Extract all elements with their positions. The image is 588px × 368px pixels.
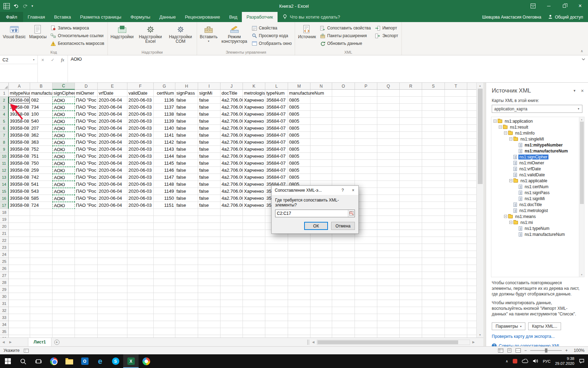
cell-L5[interactable]: 35684-07	[265, 118, 288, 125]
cell-H3[interactable]: false	[175, 104, 198, 111]
cell-M32[interactable]	[288, 307, 310, 314]
cell-S18[interactable]	[422, 209, 445, 216]
cell-M3[interactable]: 0805	[288, 104, 310, 111]
cell-B18[interactable]	[30, 209, 52, 216]
tab-formuly[interactable]: Формулы	[126, 12, 155, 22]
cell-C13[interactable]: АОЮ	[52, 174, 75, 181]
cell-M35[interactable]	[288, 328, 310, 335]
cell-J5[interactable]: 4а2.706.00	[220, 118, 243, 125]
cell-H5[interactable]: false	[175, 118, 198, 125]
cell-L25[interactable]	[265, 258, 288, 265]
cell-Q31[interactable]	[377, 300, 400, 307]
cell-M25[interactable]	[288, 258, 310, 265]
cell-I23[interactable]	[198, 244, 220, 251]
cell-A33[interactable]	[9, 314, 30, 321]
cell-D9[interactable]: ПАО "Рос	[75, 146, 98, 153]
cell-E31[interactable]	[98, 300, 127, 307]
cell-F11[interactable]: 2020-06-03	[127, 160, 154, 167]
cell-P2[interactable]	[355, 97, 377, 104]
scroll-up-button[interactable]: ▲	[477, 83, 483, 88]
cell-I31[interactable]	[198, 300, 220, 307]
cell-A19[interactable]	[9, 216, 30, 223]
cell-R2[interactable]	[400, 97, 422, 104]
cell-M6[interactable]: 0805	[288, 125, 310, 132]
cell-Q3[interactable]	[377, 104, 400, 111]
cell-S35[interactable]	[422, 328, 445, 335]
cell-P5[interactable]	[355, 118, 377, 125]
zoom-out-button[interactable]: −	[524, 348, 527, 353]
cell-F5[interactable]: 2020-06-03	[127, 118, 154, 125]
xml-node-signCipher[interactable]: ns1:signCipher	[492, 154, 578, 160]
cell-Q19[interactable]	[377, 216, 400, 223]
cell-J27[interactable]	[220, 272, 243, 279]
cell-Q25[interactable]	[377, 258, 400, 265]
cell-K13[interactable]: Харченко	[243, 174, 265, 181]
row-header-7[interactable]: 7	[0, 132, 9, 139]
cell-S33[interactable]	[422, 314, 445, 321]
cell-H7[interactable]: false	[175, 132, 198, 139]
cell-H34[interactable]	[175, 321, 198, 328]
cell-B16[interactable]: 585	[30, 195, 52, 202]
cell-K23[interactable]	[243, 244, 265, 251]
cell-B34[interactable]	[30, 321, 52, 328]
restore-button[interactable]	[556, 0, 572, 12]
cell-I15[interactable]: false	[198, 188, 220, 195]
cell-Q13[interactable]	[377, 174, 400, 181]
cell-E3[interactable]: 2020-06-04	[98, 104, 127, 111]
cell-A30[interactable]	[9, 293, 30, 300]
cell-C2[interactable]: АОЮ	[52, 97, 75, 104]
cell-P10[interactable]	[355, 153, 377, 160]
xml-node-certNum[interactable]: ns1:certNum	[492, 184, 578, 190]
cell-T16[interactable]	[445, 195, 467, 202]
add-ins-button[interactable]: Надстройки	[109, 23, 135, 39]
cell-Q34[interactable]	[377, 321, 400, 328]
cell-N13[interactable]	[310, 174, 332, 181]
cell-F3[interactable]: 2020-06-03	[127, 104, 154, 111]
cell-I26[interactable]	[198, 265, 220, 272]
cell-I8[interactable]: false	[198, 139, 220, 146]
column-header-Q[interactable]: Q	[377, 83, 400, 90]
column-header-F[interactable]: F	[127, 83, 154, 90]
cell-O33[interactable]	[332, 314, 355, 321]
cell-L24[interactable]	[265, 251, 288, 258]
formula-bar-expand-button[interactable]	[579, 55, 588, 82]
cell-K31[interactable]	[243, 300, 265, 307]
cell-I28[interactable]	[198, 279, 220, 286]
cell-C22[interactable]	[52, 237, 75, 244]
cell-Q24[interactable]	[377, 251, 400, 258]
cell-D32[interactable]	[75, 307, 98, 314]
cell-H6[interactable]: false	[175, 125, 198, 132]
cell-C7[interactable]: АОЮ	[52, 132, 75, 139]
cell-I24[interactable]	[198, 251, 220, 258]
onedrive-cloud-icon[interactable]	[522, 359, 528, 364]
cell-I13[interactable]: false	[198, 174, 220, 181]
cell-S7[interactable]	[422, 132, 445, 139]
column-header-E[interactable]: E	[98, 83, 127, 90]
cell-F28[interactable]	[127, 279, 154, 286]
xml-node-vrfDate[interactable]: ns1:vrfDate	[492, 166, 578, 172]
cell-C25[interactable]	[52, 258, 75, 265]
tree-scrollbar[interactable]: ▲ ▼	[579, 117, 584, 277]
cell-T30[interactable]	[445, 293, 467, 300]
cell-K8[interactable]: Харченко	[243, 139, 265, 146]
tab-recenzirovanie[interactable]: Рецензирование	[180, 12, 224, 22]
cell-G19[interactable]	[154, 216, 175, 223]
cell-S36[interactable]	[422, 335, 445, 338]
cell-C20[interactable]	[52, 223, 75, 230]
cell-A9[interactable]: 39358-08	[9, 146, 30, 153]
cell-P22[interactable]	[355, 237, 377, 244]
cell-T24[interactable]	[445, 251, 467, 258]
cell-B27[interactable]	[30, 272, 52, 279]
column-header-C[interactable]: C	[52, 83, 75, 90]
cell-J17[interactable]: 4а2.706.00	[220, 202, 243, 209]
cell-G1[interactable]: certNum	[154, 90, 175, 97]
cell-E28[interactable]	[98, 279, 127, 286]
ok-button[interactable]: ОК	[304, 222, 328, 230]
cell-B30[interactable]	[30, 293, 52, 300]
cell-H27[interactable]	[175, 272, 198, 279]
cell-M30[interactable]	[288, 293, 310, 300]
cell-B32[interactable]	[30, 307, 52, 314]
cell-T7[interactable]	[445, 132, 467, 139]
cell-G2[interactable]: 1136	[154, 97, 175, 104]
cell-A1[interactable]: mitypeNumber	[9, 90, 30, 97]
